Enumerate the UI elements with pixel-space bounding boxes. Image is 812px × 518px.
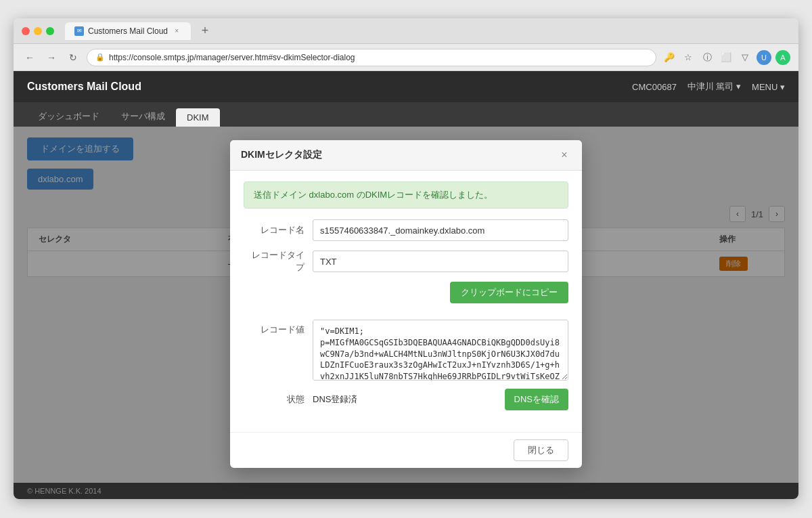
record-value-row: レコード値 <box>244 320 568 381</box>
modal-title: DKIMセレクタ設定 <box>241 149 322 161</box>
user-name[interactable]: 中津川 篤司 ▾ <box>687 81 741 93</box>
lock-icon: 🔒 <box>95 53 105 62</box>
tab-title: Customers Mail Cloud <box>88 26 168 36</box>
info-icon[interactable]: ⓘ <box>700 50 715 65</box>
profile-icon[interactable]: U <box>757 50 771 65</box>
modal-close-button[interactable]: × <box>558 148 571 162</box>
copyright-text: © HENNGE K.K. 2014 <box>27 487 102 495</box>
record-value-textarea[interactable] <box>313 320 568 381</box>
status-label: 状態 <box>244 393 304 406</box>
close-button[interactable]: 閉じる <box>514 439 568 461</box>
success-banner: 送信ドメイン dxlabo.com のDKIMレコードを確認しました。 <box>244 181 568 209</box>
nav-tab-server[interactable]: サーバ構成 <box>110 106 176 127</box>
status-value: DNS登録済 <box>313 393 505 406</box>
account-id: CMC00687 <box>632 82 677 92</box>
maximize-window-button[interactable] <box>46 27 54 35</box>
record-type-label: レコードタイプ <box>244 249 304 274</box>
filter-icon[interactable]: ▽ <box>738 50 752 65</box>
account-icon[interactable]: A <box>775 50 790 65</box>
minimize-window-button[interactable] <box>34 27 42 35</box>
nav-tab-dashboard[interactable]: ダッシュボード <box>27 106 110 127</box>
record-name-label: レコード名 <box>244 224 304 236</box>
back-button[interactable]: ← <box>22 49 38 66</box>
password-icon[interactable]: 🔑 <box>662 50 677 65</box>
bookmark-icon[interactable]: ☆ <box>681 50 696 65</box>
record-name-input[interactable] <box>313 219 568 241</box>
tab-close-button[interactable]: × <box>172 26 181 36</box>
app-header: Customers Mail Cloud CMC00687 中津川 篤司 ▾ M… <box>14 71 798 102</box>
address-bar[interactable]: 🔒 https://console.smtps.jp/manager/serve… <box>87 49 656 66</box>
app-content: Customers Mail Cloud CMC00687 中津川 篤司 ▾ M… <box>14 71 798 499</box>
browser-toolbar: ← → ↻ 🔒 https://console.smtps.jp/manager… <box>14 44 798 71</box>
record-value-label: レコード値 <box>244 324 304 336</box>
dns-check-button[interactable]: DNSを確認 <box>505 389 568 410</box>
app-logo: Customers Mail Cloud <box>27 81 632 93</box>
copy-btn-row: クリップボードにコピー <box>313 282 568 311</box>
record-type-row: レコードタイプ <box>244 249 568 274</box>
traffic-lights <box>22 27 54 35</box>
refresh-button[interactable]: ↻ <box>65 49 81 66</box>
header-right: CMC00687 中津川 篤司 ▾ MENU ▾ <box>632 81 785 93</box>
record-type-input[interactable] <box>313 251 568 272</box>
extensions-icon[interactable]: ⬜ <box>719 50 734 65</box>
app-nav: ダッシュボード サーバ構成 DKIM <box>14 102 798 127</box>
browser-window: ✉ Customers Mail Cloud × + ← → ↻ 🔒 https… <box>14 18 798 499</box>
modal-dialog: DKIMセレクタ設定 × 送信ドメイン dxlabo.com のDKIMレコード… <box>230 140 582 468</box>
main-area: ドメインを追加する dxlabo.com ‹ 1/1 › セレクタ 有効期間 操… <box>14 127 798 483</box>
tab-favicon: ✉ <box>74 26 84 36</box>
menu-button[interactable]: MENU ▾ <box>752 82 785 92</box>
modal-overlay[interactable]: DKIMセレクタ設定 × 送信ドメイン dxlabo.com のDKIMレコード… <box>14 127 798 483</box>
copy-to-clipboard-button[interactable]: クリップボードにコピー <box>450 282 568 303</box>
modal-body: 送信ドメイン dxlabo.com のDKIMレコードを確認しました。 レコード… <box>230 171 582 432</box>
app-footer: © HENNGE K.K. 2014 <box>14 483 798 499</box>
toolbar-icons: 🔑 ☆ ⓘ ⬜ ▽ U A <box>662 50 790 65</box>
status-row: 状態 DNS登録済 DNSを確認 <box>244 389 568 410</box>
url-text: https://console.smtps.jp/manager/server.… <box>109 53 355 62</box>
record-name-row: レコード名 <box>244 219 568 241</box>
new-tab-button[interactable]: + <box>196 22 214 40</box>
forward-button[interactable]: → <box>43 49 60 66</box>
browser-titlebar: ✉ Customers Mail Cloud × + <box>14 18 798 44</box>
browser-tab[interactable]: ✉ Customers Mail Cloud × <box>65 22 191 40</box>
modal-footer: 閉じる <box>230 432 582 468</box>
modal-header: DKIMセレクタ設定 × <box>230 140 582 171</box>
nav-tab-dkim[interactable]: DKIM <box>176 108 220 127</box>
close-window-button[interactable] <box>22 27 30 35</box>
